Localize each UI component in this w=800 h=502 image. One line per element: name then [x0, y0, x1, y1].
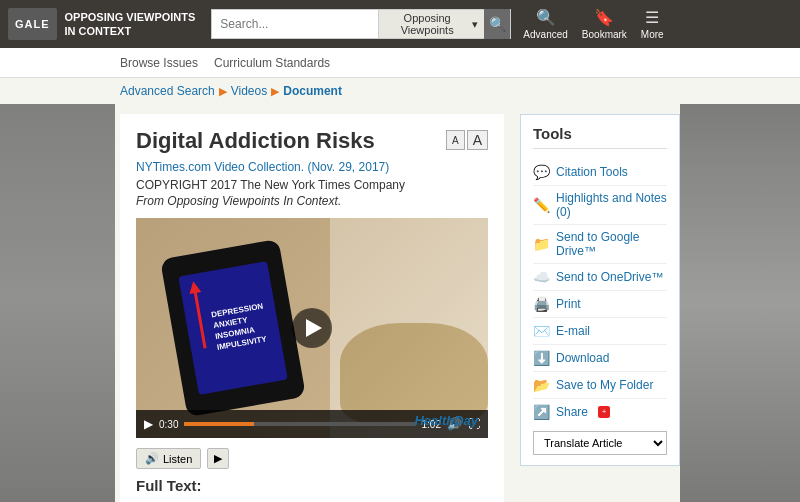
listen-button[interactable]: 🔊 Listen	[136, 448, 201, 469]
search-scope-button[interactable]: Opposing Viewpoints ▾	[378, 10, 484, 38]
print-label: Print	[556, 297, 581, 311]
video-player: DEPRESSION ANXIETY INSOMNIA IMPULSIVITY	[136, 218, 488, 438]
breadcrumb-current: Document	[283, 84, 342, 98]
email-icon: ✉️	[533, 323, 549, 339]
onedrive-item[interactable]: ☁️ Send to OneDrive™	[533, 264, 667, 291]
phone-graphic: DEPRESSION ANXIETY INSOMNIA IMPULSIVITY	[160, 239, 306, 417]
breadcrumb-videos[interactable]: Videos	[231, 84, 267, 98]
font-size-large-button[interactable]: A	[467, 130, 488, 150]
highlights-notes-label: Highlights and Notes (0)	[556, 191, 667, 219]
video-progress-fill	[184, 422, 253, 426]
bookmark-icon: 🔖	[594, 8, 614, 27]
nav-tools: 🔍 Advanced 🔖 Bookmark ☰ More	[523, 8, 663, 40]
citation-tools-label: Citation Tools	[556, 165, 628, 179]
google-drive-icon: 📁	[533, 236, 549, 252]
article-from: From Opposing Viewpoints In Context.	[136, 194, 488, 208]
phone-screen: DEPRESSION ANXIETY INSOMNIA IMPULSIVITY	[178, 261, 287, 395]
article-area: Digital Addiction Risks A A NYTimes.com …	[120, 114, 504, 502]
citation-tools-icon: 💬	[533, 164, 549, 180]
play-triangle-icon	[306, 319, 322, 337]
video-play-pause-button[interactable]: ▶	[144, 417, 153, 431]
share-label: Share	[556, 405, 588, 419]
breadcrumb: Advanced Search ▶ Videos ▶ Document	[0, 78, 800, 104]
article-copyright: COPYRIGHT 2017 The New York Times Compan…	[136, 178, 488, 192]
search-input[interactable]	[212, 10, 378, 38]
browse-issues-link[interactable]: Browse Issues	[120, 56, 198, 70]
video-current-time: 0:30	[159, 419, 178, 430]
share-item[interactable]: ↗️ Share +	[533, 399, 667, 425]
tools-panel: Tools 💬 Citation Tools ✏️ Highlights and…	[520, 114, 680, 466]
save-folder-label: Save to My Folder	[556, 378, 653, 392]
listen-bar: 🔊 Listen ▶	[136, 448, 488, 469]
curriculum-standards-link[interactable]: Curriculum Standards	[214, 56, 330, 70]
search-go-button[interactable]: 🔍	[484, 9, 510, 39]
bookmark-tool[interactable]: 🔖 Bookmark	[582, 8, 627, 40]
save-folder-icon: 📂	[533, 377, 549, 393]
google-drive-item[interactable]: 📁 Send to Google Drive™	[533, 225, 667, 264]
video-progress-bar[interactable]	[184, 422, 415, 426]
print-item[interactable]: 🖨️ Print	[533, 291, 667, 318]
share-icon: ↗️	[533, 404, 549, 420]
download-item[interactable]: ⬇️ Download	[533, 345, 667, 372]
highlights-notes-item[interactable]: ✏️ Highlights and Notes (0)	[533, 186, 667, 225]
video-right-panel	[330, 218, 488, 438]
advanced-search-tool[interactable]: 🔍 Advanced	[523, 8, 567, 40]
onedrive-icon: ☁️	[533, 269, 549, 285]
advanced-search-icon: 🔍	[536, 8, 556, 27]
breadcrumb-sep-2: ▶	[271, 85, 279, 98]
email-item[interactable]: ✉️ E-mail	[533, 318, 667, 345]
more-icon: ☰	[645, 8, 659, 27]
video-thumbnail: DEPRESSION ANXIETY INSOMNIA IMPULSIVITY	[136, 218, 488, 438]
top-navbar: GALE OPPOSING VIEWPOINTS IN CONTEXT Oppo…	[0, 0, 800, 48]
share-red-badge: +	[598, 406, 610, 418]
listen-play-button[interactable]: ▶	[207, 448, 229, 469]
second-navbar: Browse Issues Curriculum Standards	[0, 48, 800, 78]
gale-logo: GALE	[8, 8, 57, 40]
search-bar: Opposing Viewpoints ▾ 🔍	[211, 9, 511, 39]
download-label: Download	[556, 351, 609, 365]
main-content: Digital Addiction Risks A A NYTimes.com …	[0, 104, 800, 502]
font-size-controls: A A	[446, 130, 488, 150]
full-text-label: Full Text:	[136, 477, 488, 494]
svg-marker-1	[187, 280, 201, 294]
breadcrumb-sep-1: ▶	[219, 85, 227, 98]
person-silhouette	[340, 323, 488, 423]
download-icon: ⬇️	[533, 350, 549, 366]
brand-title: OPPOSING VIEWPOINTS IN CONTEXT	[65, 10, 196, 39]
print-icon: 🖨️	[533, 296, 549, 312]
save-folder-item[interactable]: 📂 Save to My Folder	[533, 372, 667, 399]
citation-tools-item[interactable]: 💬 Citation Tools	[533, 159, 667, 186]
google-drive-label: Send to Google Drive™	[556, 230, 667, 258]
healthday-logo: HealthDay	[414, 413, 478, 428]
email-label: E-mail	[556, 324, 590, 338]
onedrive-label: Send to OneDrive™	[556, 270, 663, 284]
translate-article-select[interactable]: Translate Article Spanish French German	[533, 431, 667, 455]
svg-line-0	[194, 289, 204, 348]
listen-icon: 🔊	[145, 452, 159, 465]
more-tool[interactable]: ☰ More	[641, 8, 664, 40]
article-source: NYTimes.com Video Collection. (Nov. 29, …	[136, 160, 488, 174]
article-title: Digital Addiction Risks	[136, 128, 375, 154]
font-size-small-button[interactable]: A	[446, 130, 465, 150]
play-button[interactable]	[292, 308, 332, 348]
breadcrumb-advanced-search[interactable]: Advanced Search	[120, 84, 215, 98]
tools-sidebar: Tools 💬 Citation Tools ✏️ Highlights and…	[520, 114, 680, 502]
tools-title: Tools	[533, 125, 667, 149]
highlights-notes-icon: ✏️	[533, 197, 549, 213]
